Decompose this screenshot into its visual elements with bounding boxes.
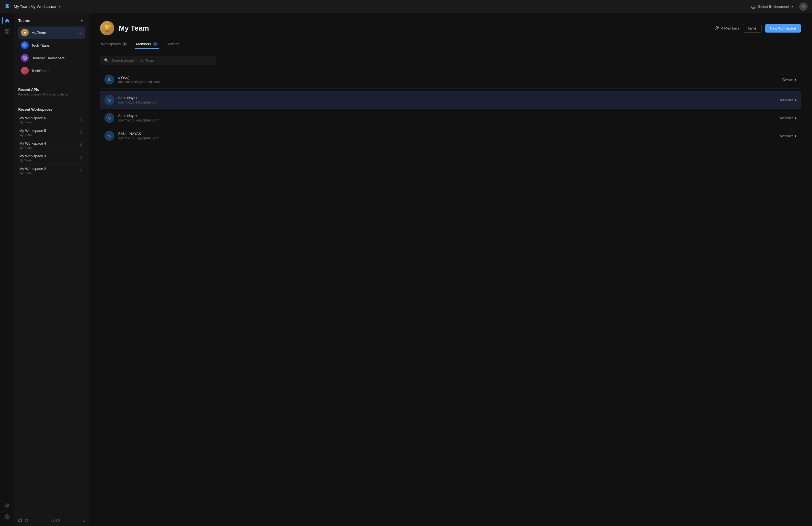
member-avatar-2: S: [104, 113, 114, 123]
tab-settings[interactable]: Settings: [165, 40, 180, 49]
workspace-icon-6: [80, 118, 84, 122]
nav-grid-icon[interactable]: [2, 27, 12, 36]
env-selector-label: Select Environment: [758, 4, 789, 9]
member-divider: [100, 90, 801, 90]
sidebar-collapse-button[interactable]: «: [83, 518, 85, 523]
member-row-2: S Sanil Nayak sparrow1002@yopmail.com Me…: [100, 109, 801, 127]
team-item-tech-titans[interactable]: 🔷 Tech Titans: [18, 39, 85, 51]
members-count-text: 4 Members: [721, 26, 739, 30]
member-name-2: Sanil Nayak: [118, 114, 776, 118]
tab-workspaces-label: Workspaces: [101, 42, 121, 46]
member-name-1: Sanil Nayak: [118, 96, 776, 100]
svg-rect-2: [5, 30, 6, 31]
team-logo: 🏆: [100, 21, 114, 35]
content-header: 🏆 My Team 4 Members Invite New Workspace: [89, 13, 812, 35]
member-role-label-2: Member: [780, 116, 793, 120]
recent-apis-subtitle: Recently opened APIs show up here.: [18, 93, 85, 96]
workspace-icon-3: [80, 156, 84, 160]
member-role-2[interactable]: Member ▾: [780, 116, 797, 120]
workspace-path-label: My Team/My Workspace: [14, 4, 56, 9]
topbar-right: Select Environment ▾: [749, 2, 808, 11]
user-avatar-button[interactable]: [799, 2, 808, 11]
member-role-chevron-1: ▾: [795, 98, 797, 102]
workspace-item-4[interactable]: My Workspace 4 My Team: [18, 139, 85, 152]
app-logo-icon[interactable]: [4, 3, 11, 10]
team-item-my-team[interactable]: 🏠 My Team: [18, 27, 85, 39]
icon-bar-bottom: [2, 501, 12, 524]
workspace-icon-5: [80, 130, 84, 135]
nav-people-icon[interactable]: [2, 501, 12, 511]
workspace-item-3[interactable]: My Workspace 3 My Team: [18, 152, 85, 164]
content-team-name: My Team: [119, 24, 149, 33]
workspace-item-2[interactable]: My Workspace 2 My Team: [18, 164, 85, 177]
member-name-3: SANIL NAYAK: [118, 132, 776, 136]
member-info-2: Sanil Nayak sparrow1002@yopmail.com: [118, 114, 776, 122]
tab-settings-label: Settings: [166, 42, 179, 46]
member-email-1: sparrow1001@yopmail.com: [118, 101, 776, 104]
recent-workspaces-title: Recent Workspaces: [18, 107, 85, 111]
workspace-item-5[interactable]: My Workspace 5 My Team: [18, 126, 85, 139]
recent-apis-title: Recent APIs: [18, 88, 85, 92]
sidebar-version: v2.8.0: [51, 519, 60, 522]
env-selector[interactable]: Select Environment ▾: [749, 3, 796, 11]
member-info-1: Sanil Nayak sparrow1001@yopmail.com: [118, 96, 776, 104]
search-bar[interactable]: 🔍: [100, 56, 216, 65]
teams-header: Teams +: [18, 18, 85, 24]
svg-point-9: [81, 118, 82, 120]
workspace-name-2: My Workspace 2: [19, 167, 80, 171]
svg-point-8: [79, 31, 81, 32]
team-avatar-tech-doctor: ⚕️: [21, 67, 29, 75]
workspace-item-6[interactable]: My Workspace 6 My Team: [18, 114, 85, 126]
workspace-name-5: My Workspace 5: [19, 129, 80, 133]
members-content: 🔍 S s (You) abcdsus43s6@yopmail.com Owne…: [89, 49, 812, 151]
sidebar: Teams + 🏠 My Team 🔷 Tech Titans 🔮: [14, 13, 89, 526]
nav-settings-icon[interactable]: [2, 512, 12, 522]
team-item-dynamic-developers[interactable]: 🔮 Dynamic Developers: [18, 52, 85, 64]
member-info-0: s (You) abcdsus43s6@yopmail.com: [118, 75, 779, 84]
add-team-button[interactable]: +: [79, 18, 85, 24]
tab-members[interactable]: Members 4: [135, 40, 159, 49]
member-role-chevron-2: ▾: [795, 116, 797, 120]
workspace-team-4: My Team: [19, 146, 80, 149]
sidebar-divider-2: [14, 103, 89, 103]
team-name-my-team: My Team: [31, 31, 75, 35]
team-name-tech-titans: Tech Titans: [31, 43, 82, 47]
workspace-team-3: My Team: [19, 159, 80, 162]
workspace-name-3: My Workspace 3: [19, 154, 80, 158]
topbar: My Team/My Workspace ▾ Select Environmen…: [0, 0, 812, 13]
member-row-1: S Sanil Nayak sparrow1001@yopmail.com Me…: [100, 91, 801, 109]
member-role-label-3: Member: [780, 134, 793, 138]
tab-workspaces[interactable]: Workspaces 6: [100, 40, 128, 49]
workspace-icon-2: [80, 168, 84, 173]
svg-point-6: [5, 504, 7, 505]
member-role-label-1: Member: [780, 98, 793, 102]
svg-point-7: [6, 516, 8, 517]
tab-workspaces-badge: 6: [122, 42, 127, 46]
team-item-tech-doctor[interactable]: ⚕️ TechDoctor: [18, 64, 85, 77]
main-content: 🏆 My Team 4 Members Invite New Workspace…: [89, 13, 812, 526]
teams-section: Teams + 🏠 My Team 🔷 Tech Titans 🔮: [14, 13, 89, 79]
topbar-left: My Team/My Workspace ▾: [4, 3, 60, 10]
env-chevron-icon: ▾: [791, 4, 793, 9]
svg-rect-3: [8, 30, 9, 31]
member-role-chevron-3: ▾: [795, 134, 797, 138]
member-role-0[interactable]: Owner ▾: [782, 77, 797, 82]
member-row-3: S SANIL NAYAK sparrow1003@yopmail.com Me…: [100, 127, 801, 145]
nav-home-icon[interactable]: [2, 15, 12, 25]
svg-point-11: [81, 144, 82, 145]
member-avatar-0: S: [104, 75, 114, 85]
svg-point-1: [802, 5, 804, 6]
member-role-1[interactable]: Member ▾: [780, 98, 797, 102]
svg-rect-5: [8, 32, 9, 33]
workspace-list: My Workspace 6 My Team My Workspace 5 My…: [18, 114, 85, 514]
sidebar-footer: 53 v2.8.0 «: [14, 516, 89, 526]
member-role-chevron-0: ▾: [795, 77, 797, 82]
workspace-dropdown-icon[interactable]: ▾: [59, 5, 60, 9]
github-icon: [18, 519, 22, 522]
members-count-label: 4 Members: [715, 26, 739, 30]
team-members-icon: [78, 30, 82, 35]
member-role-3[interactable]: Member ▾: [780, 134, 797, 138]
invite-button[interactable]: Invite: [743, 24, 762, 33]
search-input[interactable]: [112, 59, 212, 63]
new-workspace-button[interactable]: New Workspace: [765, 24, 801, 33]
